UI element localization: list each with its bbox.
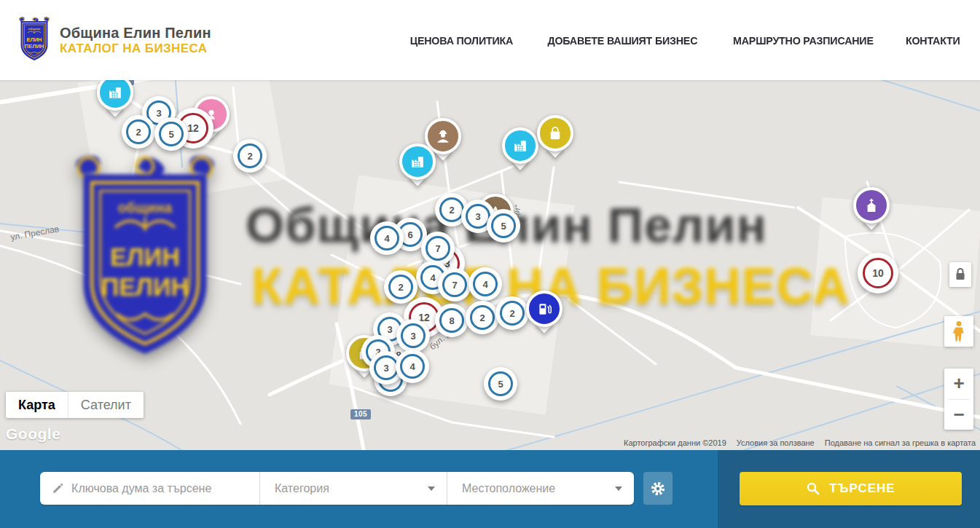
keyword-field[interactable] — [40, 472, 259, 505]
map-type-map-button[interactable]: Карта — [6, 392, 68, 418]
chevron-down-icon — [428, 486, 435, 491]
pegman-icon — [950, 320, 968, 342]
factory-pin[interactable] — [398, 143, 437, 192]
cluster-marker[interactable]: 2 — [384, 270, 418, 304]
google-logo[interactable]: Google — [6, 425, 60, 443]
lock-icon — [953, 267, 968, 283]
svg-text:ПЕЛИН: ПЕЛИН — [25, 43, 44, 50]
nav-item-pricing[interactable]: ЦЕНОВА ПОЛИТИКА — [410, 34, 513, 47]
svg-text:община: община — [28, 27, 41, 31]
cluster-marker[interactable]: 5 — [487, 209, 520, 243]
markers-layer: 12325 2 23564137474212822833 3234 5 10 — [0, 80, 980, 450]
cluster-count: 2 — [398, 282, 403, 293]
cluster-count: 2 — [136, 127, 141, 138]
map-type-satellite-button[interactable]: Сателит — [68, 392, 144, 418]
cluster-marker[interactable]: 3 — [396, 319, 430, 352]
bag-icon — [537, 115, 573, 151]
map-canvas[interactable]: 6002105ул. Преславбул. „Новоселци“ общин… — [0, 80, 980, 450]
factory-pin[interactable] — [95, 80, 135, 122]
cluster-count: 3 — [410, 331, 415, 342]
category-select[interactable]: Категория — [259, 472, 447, 505]
factory-icon — [502, 127, 538, 164]
main-nav: ЦЕНОВА ПОЛИТИКА ДОБАВЕТЕ ВАШИЯТ БИЗНЕС М… — [407, 34, 962, 47]
search-icon — [806, 481, 820, 496]
cluster-count: 3 — [383, 363, 388, 374]
cluster-count: 10 — [872, 267, 884, 279]
fuel-icon — [526, 291, 562, 327]
cluster-count: 4 — [430, 272, 435, 283]
cluster-count: 5 — [168, 129, 173, 140]
cluster-marker[interactable]: 5 — [154, 117, 188, 151]
cluster-count: 5 — [498, 379, 503, 390]
attribution-terms-link[interactable]: Условия за ползване — [737, 438, 815, 447]
search-fields: Категория Местоположение — [40, 472, 634, 505]
location-select[interactable]: Местоположение — [447, 472, 634, 505]
cluster-marker[interactable]: 8 — [435, 304, 469, 337]
category-select-label: Категория — [275, 482, 329, 495]
header: община ЕЛИН ПЕЛИН Община Елин Пелин КАТА… — [0, 0, 980, 80]
cluster-marker[interactable]: 4 — [370, 221, 404, 255]
cluster-count: 4 — [409, 361, 415, 372]
cluster-marker[interactable]: 5 — [484, 367, 517, 401]
brand-subtitle: КАТАЛОГ НА БИЗНЕСА — [60, 42, 211, 56]
cluster-count: 2 — [479, 312, 485, 323]
cluster-marker[interactable]: 2 — [466, 301, 499, 334]
cluster-marker[interactable]: 4 — [469, 267, 502, 301]
brand-title: Община Елин Пелин — [60, 25, 211, 42]
nav-item-contacts[interactable]: КОНТАКТИ — [906, 34, 960, 47]
cluster-count: 5 — [501, 221, 506, 232]
cluster-count: 7 — [435, 243, 440, 254]
chevron-down-icon — [615, 486, 622, 491]
svg-text:ЕЛИН: ЕЛИН — [26, 36, 42, 43]
cluster-count: 6 — [407, 229, 412, 240]
cluster-count: 4 — [384, 233, 389, 244]
cluster-count: 2 — [449, 205, 454, 216]
map-type-control: Карта Сателит — [6, 392, 144, 418]
factory-pin[interactable] — [501, 127, 540, 176]
search-button[interactable]: ТЪРСЕНЕ — [740, 472, 962, 505]
zoom-out-button[interactable]: − — [944, 400, 973, 430]
pencil-icon — [52, 481, 64, 495]
cluster-marker[interactable]: 7 — [421, 232, 455, 265]
attribution-report-error-link[interactable]: Подаване на сигнал за грешка в картата — [825, 438, 976, 447]
factory-icon — [97, 80, 133, 111]
cluster-count: 8 — [449, 315, 454, 326]
advanced-settings-button[interactable] — [643, 472, 673, 505]
attribution-copyright: Картографски данни ©2019 — [624, 438, 726, 447]
lock-button[interactable] — [949, 262, 971, 287]
location-select-label: Местоположение — [462, 482, 555, 495]
cluster-marker[interactable]: 7 — [438, 268, 471, 302]
street-view-pegman[interactable] — [944, 316, 973, 347]
fuel-pin[interactable] — [525, 291, 564, 339]
nav-item-add-business[interactable]: ДОБАВЕТЕ ВАШИЯТ БИЗНЕС — [547, 34, 697, 47]
zoom-control: + − — [944, 369, 973, 430]
gear-icon — [650, 481, 666, 497]
municipality-logo-icon: община ЕЛИН ПЕЛИН — [16, 17, 52, 63]
cluster-count: 12 — [187, 122, 199, 134]
cluster-count: 3 — [475, 211, 480, 222]
cluster-count: 3 — [387, 324, 392, 335]
cluster-count: 2 — [247, 151, 252, 162]
church-icon — [853, 187, 890, 224]
map-attribution: Картографски данни ©2019 Условия за полз… — [624, 438, 976, 447]
church-pin[interactable] — [852, 187, 891, 235]
cluster-marker[interactable]: 2 — [233, 139, 267, 173]
factory-icon — [399, 143, 436, 180]
search-bar: Категория Местоположение ТЪРСЕНЕ — [0, 450, 980, 528]
cluster-count: 2 — [509, 308, 514, 319]
cluster-count: 7 — [452, 280, 457, 291]
search-button-label: ТЪРСЕНЕ — [829, 481, 895, 496]
zoom-in-button[interactable]: + — [944, 369, 973, 399]
cluster-marker[interactable]: 10 — [858, 253, 898, 293]
keyword-search-input[interactable] — [71, 482, 251, 495]
cluster-count: 4 — [482, 279, 487, 290]
cluster-count: 3 — [156, 108, 161, 119]
bag-pin[interactable] — [536, 115, 575, 163]
brand-link[interactable]: община ЕЛИН ПЕЛИН Община Елин Пелин КАТА… — [16, 17, 211, 63]
cluster-marker[interactable]: 4 — [396, 350, 429, 383]
nav-item-bus-schedule[interactable]: МАРШРУТНО РАЗПИСАНИЕ — [733, 34, 874, 47]
